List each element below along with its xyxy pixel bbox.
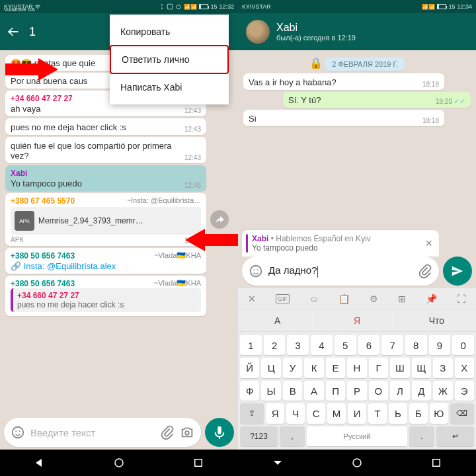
menu-copy[interactable]: Копировать bbox=[110, 19, 229, 45]
camera-icon[interactable] bbox=[180, 425, 194, 440]
comma-key[interactable]: , bbox=[280, 426, 305, 446]
key[interactable]: Д bbox=[412, 381, 431, 401]
key[interactable]: 2 bbox=[264, 335, 286, 355]
key[interactable]: 5 bbox=[335, 335, 356, 355]
attach-icon[interactable] bbox=[160, 425, 175, 440]
message-text: Vas a ir hoy a habana? bbox=[249, 77, 439, 87]
key[interactable]: А bbox=[304, 381, 323, 401]
key[interactable]: Т bbox=[368, 403, 387, 423]
nav-back[interactable] bbox=[33, 456, 46, 469]
kb-pin-icon[interactable]: 📌 bbox=[426, 294, 437, 304]
key[interactable]: Ы bbox=[261, 381, 280, 401]
kb-layout-icon[interactable]: ⊞ bbox=[398, 294, 406, 304]
key[interactable]: Щ bbox=[412, 358, 431, 377]
key[interactable]: П bbox=[326, 381, 345, 401]
message-bubble[interactable]: +380 50 656 7463~Vlada🇺🇦KHA 🔗 Insta: @Eq… bbox=[5, 248, 206, 274]
key[interactable]: 0 bbox=[452, 335, 474, 355]
key[interactable]: Р bbox=[347, 381, 366, 401]
key[interactable]: З bbox=[433, 358, 452, 377]
key[interactable]: Л bbox=[390, 381, 409, 401]
key[interactable]: 4 bbox=[311, 335, 333, 355]
key[interactable]: Ф bbox=[240, 381, 259, 401]
message-bubble[interactable]: +380 50 656 7463~Vlada🇺🇦KHA +34 660 47 2… bbox=[5, 276, 206, 316]
symbols-key[interactable]: ?123 bbox=[240, 426, 278, 446]
message-bubble[interactable]: Vas a ir hoy a habana? 18:18 bbox=[243, 73, 444, 90]
back-button[interactable] bbox=[5, 24, 21, 40]
nav-home[interactable] bbox=[112, 456, 126, 469]
kb-sticker-icon[interactable]: ☺ bbox=[309, 294, 319, 304]
key[interactable]: 3 bbox=[287, 335, 309, 355]
key[interactable]: Й bbox=[240, 358, 259, 377]
file-attachment[interactable]: APK Memrise_2.94_3793_memri… bbox=[11, 207, 201, 235]
nav-recent[interactable] bbox=[430, 456, 443, 469]
enter-key[interactable]: ↵ bbox=[436, 426, 474, 446]
key[interactable]: 7 bbox=[381, 335, 403, 355]
forward-button[interactable] bbox=[210, 210, 229, 229]
key[interactable]: У bbox=[283, 358, 302, 377]
key[interactable]: Ц bbox=[261, 358, 280, 377]
kb-settings-icon[interactable]: ⚙ bbox=[370, 294, 378, 304]
key[interactable]: Г bbox=[369, 358, 388, 377]
message-bubble-out[interactable]: Sí. Y tú? 18:20✓✓ bbox=[283, 92, 471, 108]
input-text: Да ладно? bbox=[268, 264, 317, 276]
period-key[interactable]: . bbox=[409, 426, 434, 446]
message-bubble[interactable]: quién fue el que los compartió por prime… bbox=[5, 137, 206, 163]
key[interactable]: О bbox=[369, 381, 388, 401]
message-bubble[interactable]: Si 18:18 bbox=[243, 110, 444, 126]
nav-hide-kb[interactable] bbox=[271, 456, 284, 469]
mic-button[interactable] bbox=[205, 418, 234, 447]
emoji-icon[interactable] bbox=[249, 264, 263, 278]
message-bubble[interactable]: pues no me deja hacer click :s 12:43 bbox=[5, 118, 206, 135]
avatar[interactable] bbox=[246, 20, 270, 44]
shift-key[interactable]: ⇧ bbox=[240, 403, 264, 423]
kb-expand-icon[interactable]: ⛶ bbox=[457, 294, 466, 304]
suggestion[interactable]: Я bbox=[317, 315, 397, 326]
kb-gif-icon[interactable]: GIF bbox=[276, 294, 290, 303]
key[interactable]: 9 bbox=[429, 335, 451, 355]
keyboard[interactable]: ✕ GIF ☺ 📋 ⚙ ⊞ 📌 ⛶ А Я Что 1234567890 ЙЦУ… bbox=[238, 288, 476, 450]
message-text: ah vaya bbox=[11, 104, 201, 114]
key[interactable]: Н bbox=[347, 358, 366, 377]
kb-clipboard-icon[interactable]: 📋 bbox=[338, 294, 350, 304]
message-bubble-selected[interactable]: Xabi Yo tampoco puedo 12:46 bbox=[5, 165, 206, 191]
close-reply-button[interactable]: × bbox=[422, 237, 435, 251]
key[interactable]: 1 bbox=[240, 335, 262, 355]
key[interactable]: Б bbox=[409, 403, 428, 423]
key[interactable]: Ж bbox=[433, 381, 452, 401]
nav-home[interactable] bbox=[350, 456, 364, 469]
message-input[interactable]: Введите текст bbox=[4, 418, 201, 447]
key[interactable]: К bbox=[304, 358, 323, 377]
key[interactable]: Я bbox=[266, 403, 284, 423]
key[interactable]: Ю bbox=[430, 403, 448, 423]
backspace-key[interactable]: ⌫ bbox=[450, 403, 474, 423]
attach-icon[interactable] bbox=[418, 264, 432, 278]
kb-close-icon[interactable]: ✕ bbox=[248, 294, 256, 304]
message-bubble[interactable]: +380 67 465 5570~Insta: @Equilibrista… A… bbox=[5, 193, 206, 246]
svg-point-8 bbox=[15, 430, 17, 432]
key[interactable]: Е bbox=[326, 358, 345, 377]
key[interactable]: 8 bbox=[405, 335, 427, 355]
key[interactable]: Э bbox=[455, 381, 474, 401]
message-time: 18:18 bbox=[422, 81, 439, 88]
message-input[interactable]: Да ладно? bbox=[242, 257, 439, 286]
emoji-icon[interactable] bbox=[11, 425, 25, 440]
chat-header[interactable]: Xabi был(-а) сегодня в 12:19 bbox=[238, 13, 476, 50]
key[interactable]: М bbox=[327, 403, 346, 423]
key[interactable]: Ш bbox=[390, 358, 409, 377]
send-button[interactable] bbox=[443, 257, 472, 286]
suggestion[interactable]: Что bbox=[397, 315, 476, 326]
key[interactable]: С bbox=[307, 403, 325, 423]
suggestion[interactable]: А bbox=[238, 315, 317, 326]
menu-write-to[interactable]: Написать Xabi bbox=[110, 74, 229, 100]
key[interactable]: Х bbox=[455, 358, 474, 377]
space-key[interactable]: Русский bbox=[307, 426, 407, 446]
message-sender: +380 67 465 5570 bbox=[11, 196, 75, 206]
key[interactable]: Ч bbox=[286, 403, 305, 423]
key[interactable]: Ь bbox=[389, 403, 407, 423]
key[interactable]: И bbox=[348, 403, 366, 423]
key[interactable]: 6 bbox=[358, 335, 380, 355]
menu-reply-private[interactable]: Ответить лично bbox=[110, 45, 229, 74]
key[interactable]: В bbox=[283, 381, 302, 401]
chat-area[interactable]: 🔒 2 ФЕВРАЛЯ 2019 Г. Vas a ir hoy a haban… bbox=[238, 50, 476, 222]
nav-recent[interactable] bbox=[192, 456, 205, 469]
